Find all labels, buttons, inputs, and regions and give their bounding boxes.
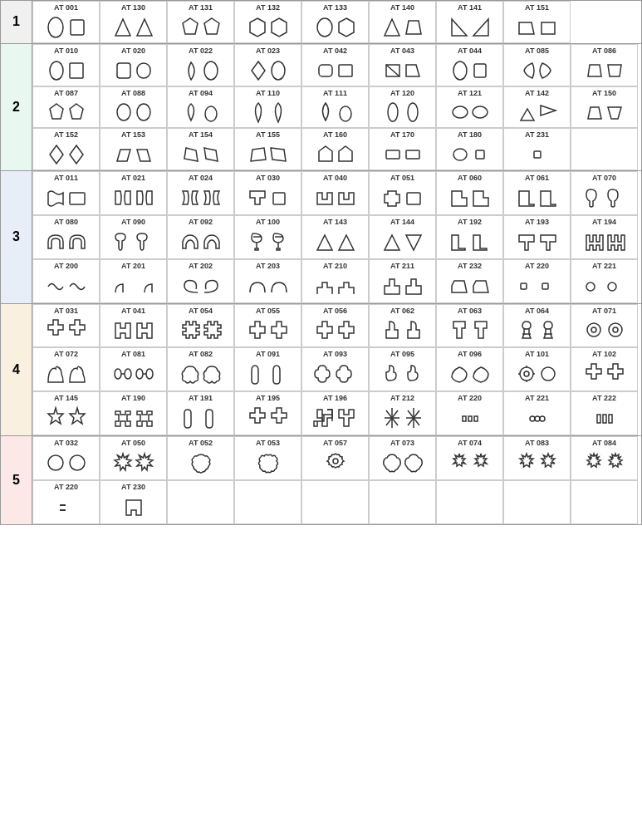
cell-AT120: AT 120 (369, 86, 436, 129)
svg-rect-107 (603, 415, 606, 423)
svg-point-77 (115, 369, 121, 379)
section-label-1: 1 (1, 1, 32, 43)
svg-marker-65 (385, 235, 399, 250)
section-3-row-3: AT 200 AT 201 AT 202 (32, 259, 641, 303)
svg-rect-108 (609, 415, 612, 423)
section-5: 5 AT 032 AT 050 (1, 436, 641, 524)
cell-AT142: AT 142 (503, 86, 571, 129)
section-2-row-1: AT 010 AT 020 AT 022 (32, 44, 641, 86)
svg-marker-31 (50, 104, 63, 119)
cell-AT061: AT 061 (503, 171, 571, 215)
svg-marker-63 (317, 235, 332, 250)
section-3: 3 AT 011 AT 021 (1, 171, 641, 303)
cell-AT100: AT 100 (234, 215, 301, 259)
cell-AT211: AT 211 (369, 259, 436, 303)
cell-AT160: AT 160 (301, 128, 369, 170)
cell-AT133: AT 133 (301, 1, 369, 43)
svg-point-40 (473, 106, 488, 118)
cell-AT074: AT 074 (436, 436, 503, 480)
svg-rect-55 (386, 150, 399, 159)
cell-AT190: AT 190 (100, 391, 167, 435)
cell-AT221-3: AT 221 (571, 259, 638, 303)
cell-AT094: AT 094 (167, 86, 234, 129)
svg-marker-45 (50, 145, 63, 164)
svg-marker-3 (137, 19, 152, 36)
cell-AT203: AT 203 (234, 259, 301, 303)
shape-trap2 (517, 16, 536, 39)
cell-AT050: AT 050 (100, 436, 167, 480)
svg-marker-44 (608, 107, 621, 119)
cell-AT070: AT 070 (571, 171, 638, 215)
cell-AT212: AT 212 (369, 391, 436, 435)
shape-oval (47, 16, 65, 39)
cell-AT064: AT 064 (503, 304, 571, 348)
cell-empty-5-6 (503, 480, 571, 524)
svg-marker-68 (473, 281, 488, 292)
svg-rect-19 (137, 63, 150, 78)
cell-AT152: AT 152 (32, 128, 100, 170)
cell-AT073: AT 073 (369, 436, 436, 480)
svg-marker-54 (339, 146, 352, 161)
svg-marker-12 (452, 19, 467, 36)
cell-AT041: AT 041 (100, 304, 167, 348)
svg-marker-13 (473, 19, 488, 36)
svg-point-16 (50, 61, 63, 80)
svg-marker-52 (271, 148, 286, 161)
svg-point-75 (609, 323, 622, 336)
svg-rect-22 (319, 65, 332, 76)
cell-AT021: AT 021 (100, 171, 167, 215)
svg-point-34 (137, 104, 150, 120)
cell-AT170: AT 170 (369, 128, 436, 170)
cell-AT083: AT 083 (503, 436, 571, 480)
svg-line-25 (386, 65, 399, 76)
cell-empty-5-3 (301, 480, 369, 524)
cell-AT001: AT 001 (32, 1, 100, 43)
section-1-row-1: AT 001 AT 130 AT 131 (32, 1, 641, 43)
shape-catalog: 1 AT 001 AT 130 (0, 0, 642, 525)
shape-pentagon (181, 16, 199, 39)
cell-AT210: AT 210 (301, 259, 369, 303)
shape-rt2 (472, 16, 490, 39)
svg-rect-28 (474, 64, 486, 77)
cell-AT051: AT 051 (369, 171, 436, 215)
svg-marker-91 (70, 408, 85, 424)
svg-point-38 (408, 103, 418, 121)
svg-marker-6 (250, 18, 265, 37)
cell-AT072: AT 072 (32, 347, 100, 391)
cell-AT022: AT 022 (167, 44, 234, 86)
shape-triangle2 (135, 16, 154, 39)
svg-point-8 (317, 18, 332, 37)
cell-AT085: AT 085 (503, 44, 571, 86)
cell-AT201: AT 201 (100, 259, 167, 303)
shape-triangle (114, 16, 132, 39)
cell-AT040: AT 040 (301, 171, 369, 215)
cell-AT020: AT 020 (100, 44, 167, 86)
cell-AT062: AT 062 (369, 304, 436, 348)
cell-empty-2 (571, 128, 638, 170)
svg-rect-58 (476, 150, 484, 159)
cell-AT144: AT 144 (369, 215, 436, 259)
svg-rect-17 (70, 63, 83, 78)
cell-AT220-5: AT 220 (32, 480, 100, 524)
cell-AT101: AT 101 (503, 347, 571, 391)
svg-point-105 (540, 416, 545, 421)
svg-marker-47 (117, 150, 130, 161)
svg-point-83 (520, 367, 533, 381)
shape-hexagon3 (337, 16, 355, 39)
cell-empty-5-5 (436, 480, 503, 524)
svg-marker-32 (70, 104, 83, 119)
cell-AT024: AT 024 (167, 171, 234, 215)
svg-rect-69 (521, 283, 527, 289)
cell-AT044: AT 044 (436, 44, 503, 86)
svg-point-82 (146, 369, 153, 379)
shape-pentagon2 (203, 16, 221, 39)
svg-point-110 (70, 455, 85, 470)
cell-AT096: AT 096 (436, 347, 503, 391)
section-2-content: AT 010 AT 020 AT 022 (32, 44, 641, 170)
svg-rect-100 (463, 416, 466, 421)
section-3-content: AT 011 AT 021 AT 024 (32, 171, 641, 302)
section-1-content: AT 001 AT 130 AT 131 (32, 1, 641, 43)
svg-marker-48 (137, 150, 150, 161)
section-2: 2 AT 010 AT 020 (1, 44, 641, 171)
svg-point-0 (48, 17, 63, 37)
